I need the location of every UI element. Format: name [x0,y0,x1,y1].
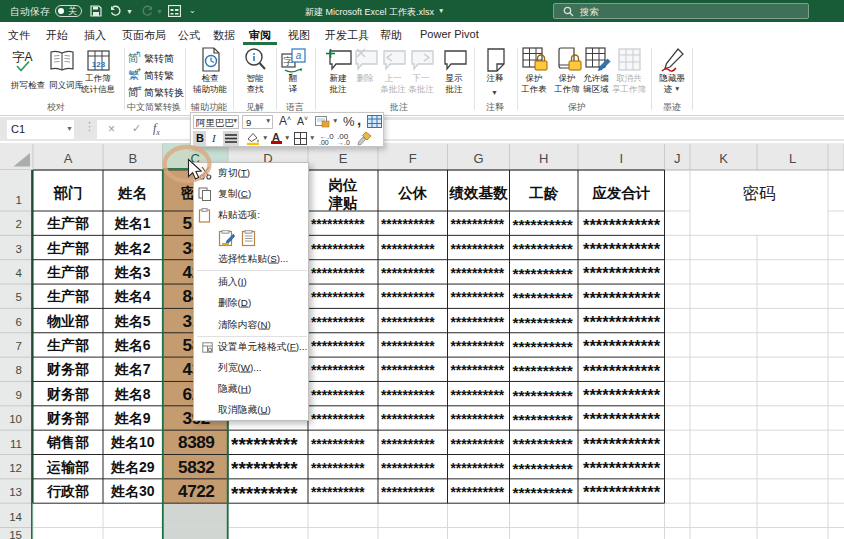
svg-text:15: 15 [9,529,22,539]
svg-text:************: ************ [583,289,661,307]
svg-text:a: a [296,50,302,61]
svg-text:8389: 8389 [178,432,214,452]
svg-text:F: F [409,151,417,166]
svg-text:1: 1 [16,194,22,206]
svg-text:************: ************ [583,240,661,258]
svg-text:**********: ********** [381,412,435,427]
svg-text:**********: ********** [311,290,365,305]
svg-text:**********: ********** [451,339,505,354]
svg-text:L: L [789,151,796,166]
svg-text:姓名: 姓名 [117,185,147,201]
svg-text:公休: 公休 [397,185,428,201]
svg-text:************: ************ [583,362,661,380]
svg-text:**********: ********** [451,388,505,403]
svg-text:**********: ********** [513,460,574,477]
svg-text:J: J [674,151,681,166]
svg-text:**********: ********** [381,217,435,232]
svg-text:11: 11 [10,438,22,450]
svg-text:3: 3 [16,243,22,255]
svg-text:**********: ********** [381,266,435,281]
svg-text:**********: ********** [451,412,505,427]
svg-text:姓名6: 姓名6 [114,337,151,353]
svg-text:姓名2: 姓名2 [114,240,151,256]
svg-text:K: K [719,151,728,166]
svg-text:**********: ********** [513,338,574,355]
svg-text:*********: ********* [231,434,298,455]
svg-text:**********: ********** [513,314,574,331]
svg-text:************: ************ [583,313,661,331]
svg-text:12: 12 [9,462,22,474]
svg-text:密码: 密码 [743,184,776,202]
svg-text:**********: ********** [311,461,365,476]
svg-text:14: 14 [9,511,22,523]
svg-text:B: B [128,151,137,166]
svg-text:4: 4 [16,267,23,279]
svg-text:*********: ********* [231,483,298,504]
svg-text:岗位: 岗位 [329,177,359,193]
svg-text:**********: ********** [381,388,435,403]
svg-text:姓名5: 姓名5 [114,313,151,329]
svg-text:姓名7: 姓名7 [114,361,151,377]
svg-text:**********: ********** [451,363,505,378]
svg-text:**********: ********** [311,266,365,281]
svg-text:E: E [339,151,348,166]
svg-text:6: 6 [16,316,22,328]
svg-text:**********: ********** [381,339,435,354]
svg-text:运输部: 运输部 [46,459,89,475]
svg-text:财务部: 财务部 [46,386,89,402]
svg-text:************: ************ [583,459,661,477]
svg-text:津贴: 津贴 [328,195,359,211]
svg-text:**********: ********** [381,290,435,305]
svg-text:************: ************ [583,435,661,453]
svg-text:**********: ********** [451,437,505,452]
svg-text:销售部: 销售部 [46,434,89,450]
svg-text:**********: ********** [381,485,435,500]
svg-text:生产部: 生产部 [46,337,89,353]
svg-text:**********: ********** [311,242,365,257]
svg-text:**********: ********** [513,387,574,404]
svg-text:**********: ********** [513,362,574,379]
svg-text:**********: ********** [311,363,365,378]
svg-text:**********: ********** [311,437,365,452]
svg-text:2: 2 [16,218,22,230]
svg-text:13: 13 [9,486,22,498]
svg-text:生产部: 生产部 [46,240,89,256]
svg-text:**********: ********** [451,266,505,281]
svg-text:工龄: 工龄 [528,185,559,201]
svg-text:姓名8: 姓名8 [114,386,151,402]
svg-text:7: 7 [16,340,22,352]
svg-text:**********: ********** [513,411,574,428]
svg-text:**********: ********** [513,484,574,501]
svg-text:生产部: 生产部 [46,264,89,280]
svg-text:生产部: 生产部 [46,215,89,231]
svg-text:行政部: 行政部 [46,483,89,499]
svg-text:财务部: 财务部 [46,410,89,426]
svg-text:姓名30: 姓名30 [110,483,155,499]
svg-text:I: I [619,151,623,166]
svg-text:**********: ********** [451,242,505,257]
svg-text:************: ************ [583,386,661,404]
svg-text:G: G [473,151,483,166]
svg-text:**********: ********** [451,315,505,330]
svg-text:**********: ********** [311,315,365,330]
svg-text:5: 5 [16,291,22,303]
svg-text:**********: ********** [513,289,574,306]
svg-text:**********: ********** [311,339,365,354]
svg-text:绩效基数: 绩效基数 [449,185,509,201]
svg-text:姓名29: 姓名29 [110,459,155,475]
svg-text:**********: ********** [451,461,505,476]
svg-text:4722: 4722 [178,481,214,501]
svg-text:**********: ********** [451,217,505,232]
svg-text:**********: ********** [513,435,574,452]
svg-text:************: ************ [583,264,661,282]
svg-text:**********: ********** [311,412,365,427]
svg-text:**********: ********** [381,461,435,476]
svg-text:**********: ********** [311,485,365,500]
svg-text:姓名4: 姓名4 [114,288,151,304]
svg-text:*********: ********* [231,458,298,479]
svg-text:应发合计: 应发合计 [591,185,651,201]
svg-text:**********: ********** [513,216,574,233]
svg-text:生产部: 生产部 [46,288,89,304]
svg-text:5832: 5832 [178,457,214,477]
svg-text:8: 8 [16,364,22,376]
